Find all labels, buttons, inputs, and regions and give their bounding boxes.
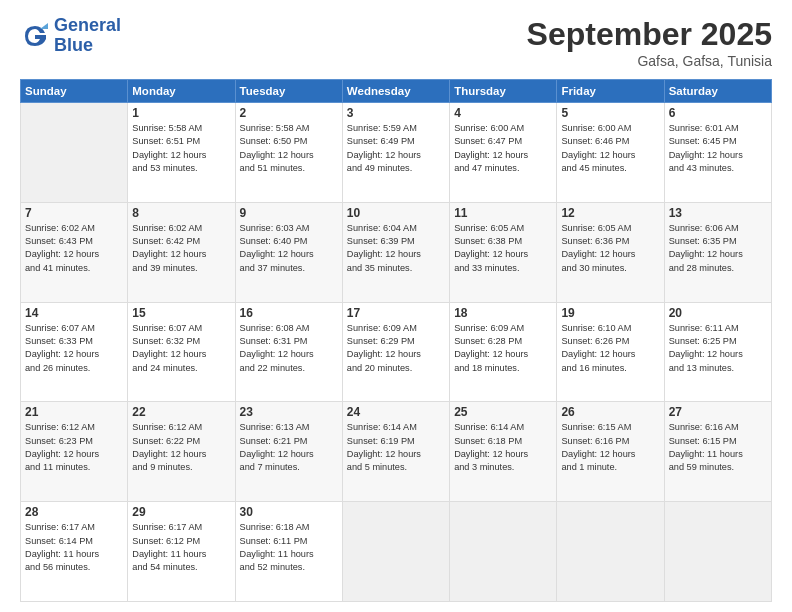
day-number: 20 [669,306,767,320]
day-number: 3 [347,106,445,120]
calendar-cell: 13Sunrise: 6:06 AMSunset: 6:35 PMDayligh… [664,202,771,302]
day-info: Sunrise: 6:00 AMSunset: 6:47 PMDaylight:… [454,122,552,175]
calendar-cell: 8Sunrise: 6:02 AMSunset: 6:42 PMDaylight… [128,202,235,302]
logo-line1: General [54,16,121,36]
day-info: Sunrise: 6:05 AMSunset: 6:36 PMDaylight:… [561,222,659,275]
weekday-header-row: Sunday Monday Tuesday Wednesday Thursday… [21,80,772,103]
day-info: Sunrise: 6:17 AMSunset: 6:12 PMDaylight:… [132,521,230,574]
calendar-cell: 30Sunrise: 6:18 AMSunset: 6:11 PMDayligh… [235,502,342,602]
day-info: Sunrise: 6:09 AMSunset: 6:29 PMDaylight:… [347,322,445,375]
calendar-cell: 3Sunrise: 5:59 AMSunset: 6:49 PMDaylight… [342,103,449,203]
header-tuesday: Tuesday [235,80,342,103]
logo: General Blue [20,16,121,56]
day-number: 30 [240,505,338,519]
calendar-cell: 25Sunrise: 6:14 AMSunset: 6:18 PMDayligh… [450,402,557,502]
day-number: 23 [240,405,338,419]
calendar-cell: 10Sunrise: 6:04 AMSunset: 6:39 PMDayligh… [342,202,449,302]
calendar-cell: 23Sunrise: 6:13 AMSunset: 6:21 PMDayligh… [235,402,342,502]
day-info: Sunrise: 5:58 AMSunset: 6:50 PMDaylight:… [240,122,338,175]
calendar-cell [21,103,128,203]
week-row-2: 14Sunrise: 6:07 AMSunset: 6:33 PMDayligh… [21,302,772,402]
day-info: Sunrise: 6:07 AMSunset: 6:32 PMDaylight:… [132,322,230,375]
location: Gafsa, Gafsa, Tunisia [527,53,772,69]
day-info: Sunrise: 6:17 AMSunset: 6:14 PMDaylight:… [25,521,123,574]
day-number: 19 [561,306,659,320]
calendar-cell: 29Sunrise: 6:17 AMSunset: 6:12 PMDayligh… [128,502,235,602]
day-info: Sunrise: 6:01 AMSunset: 6:45 PMDaylight:… [669,122,767,175]
day-info: Sunrise: 6:14 AMSunset: 6:19 PMDaylight:… [347,421,445,474]
day-number: 8 [132,206,230,220]
day-number: 2 [240,106,338,120]
logo-line2: Blue [54,36,121,56]
calendar-cell [557,502,664,602]
day-number: 1 [132,106,230,120]
day-number: 27 [669,405,767,419]
page: General Blue September 2025 Gafsa, Gafsa… [0,0,792,612]
month-title: September 2025 [527,16,772,53]
calendar-cell: 6Sunrise: 6:01 AMSunset: 6:45 PMDaylight… [664,103,771,203]
calendar-cell: 26Sunrise: 6:15 AMSunset: 6:16 PMDayligh… [557,402,664,502]
day-info: Sunrise: 5:58 AMSunset: 6:51 PMDaylight:… [132,122,230,175]
day-info: Sunrise: 6:02 AMSunset: 6:42 PMDaylight:… [132,222,230,275]
day-number: 25 [454,405,552,419]
day-number: 18 [454,306,552,320]
day-info: Sunrise: 6:18 AMSunset: 6:11 PMDaylight:… [240,521,338,574]
day-number: 5 [561,106,659,120]
day-number: 6 [669,106,767,120]
day-number: 7 [25,206,123,220]
week-row-1: 7Sunrise: 6:02 AMSunset: 6:43 PMDaylight… [21,202,772,302]
calendar-cell: 12Sunrise: 6:05 AMSunset: 6:36 PMDayligh… [557,202,664,302]
header-monday: Monday [128,80,235,103]
day-number: 21 [25,405,123,419]
calendar-cell: 4Sunrise: 6:00 AMSunset: 6:47 PMDaylight… [450,103,557,203]
day-number: 17 [347,306,445,320]
calendar-cell: 24Sunrise: 6:14 AMSunset: 6:19 PMDayligh… [342,402,449,502]
day-info: Sunrise: 5:59 AMSunset: 6:49 PMDaylight:… [347,122,445,175]
day-number: 12 [561,206,659,220]
day-info: Sunrise: 6:16 AMSunset: 6:15 PMDaylight:… [669,421,767,474]
header-wednesday: Wednesday [342,80,449,103]
day-info: Sunrise: 6:03 AMSunset: 6:40 PMDaylight:… [240,222,338,275]
header-saturday: Saturday [664,80,771,103]
day-number: 16 [240,306,338,320]
day-number: 29 [132,505,230,519]
day-info: Sunrise: 6:12 AMSunset: 6:23 PMDaylight:… [25,421,123,474]
calendar-cell: 22Sunrise: 6:12 AMSunset: 6:22 PMDayligh… [128,402,235,502]
header-sunday: Sunday [21,80,128,103]
calendar-cell: 7Sunrise: 6:02 AMSunset: 6:43 PMDaylight… [21,202,128,302]
calendar-cell: 11Sunrise: 6:05 AMSunset: 6:38 PMDayligh… [450,202,557,302]
calendar-cell: 27Sunrise: 6:16 AMSunset: 6:15 PMDayligh… [664,402,771,502]
day-number: 15 [132,306,230,320]
header-thursday: Thursday [450,80,557,103]
calendar-cell: 1Sunrise: 5:58 AMSunset: 6:51 PMDaylight… [128,103,235,203]
day-info: Sunrise: 6:12 AMSunset: 6:22 PMDaylight:… [132,421,230,474]
calendar-cell: 20Sunrise: 6:11 AMSunset: 6:25 PMDayligh… [664,302,771,402]
calendar-cell: 19Sunrise: 6:10 AMSunset: 6:26 PMDayligh… [557,302,664,402]
calendar-cell: 15Sunrise: 6:07 AMSunset: 6:32 PMDayligh… [128,302,235,402]
day-number: 26 [561,405,659,419]
title-block: September 2025 Gafsa, Gafsa, Tunisia [527,16,772,69]
week-row-4: 28Sunrise: 6:17 AMSunset: 6:14 PMDayligh… [21,502,772,602]
calendar-cell [450,502,557,602]
day-number: 28 [25,505,123,519]
calendar-cell: 16Sunrise: 6:08 AMSunset: 6:31 PMDayligh… [235,302,342,402]
day-info: Sunrise: 6:04 AMSunset: 6:39 PMDaylight:… [347,222,445,275]
header: General Blue September 2025 Gafsa, Gafsa… [20,16,772,69]
calendar-cell: 21Sunrise: 6:12 AMSunset: 6:23 PMDayligh… [21,402,128,502]
logo-icon [20,21,50,51]
day-info: Sunrise: 6:14 AMSunset: 6:18 PMDaylight:… [454,421,552,474]
day-number: 4 [454,106,552,120]
week-row-3: 21Sunrise: 6:12 AMSunset: 6:23 PMDayligh… [21,402,772,502]
day-info: Sunrise: 6:07 AMSunset: 6:33 PMDaylight:… [25,322,123,375]
day-info: Sunrise: 6:02 AMSunset: 6:43 PMDaylight:… [25,222,123,275]
day-number: 11 [454,206,552,220]
day-number: 9 [240,206,338,220]
day-info: Sunrise: 6:10 AMSunset: 6:26 PMDaylight:… [561,322,659,375]
calendar-cell [342,502,449,602]
day-number: 10 [347,206,445,220]
calendar-cell: 28Sunrise: 6:17 AMSunset: 6:14 PMDayligh… [21,502,128,602]
calendar-cell [664,502,771,602]
calendar-cell: 2Sunrise: 5:58 AMSunset: 6:50 PMDaylight… [235,103,342,203]
day-info: Sunrise: 6:00 AMSunset: 6:46 PMDaylight:… [561,122,659,175]
calendar-cell: 18Sunrise: 6:09 AMSunset: 6:28 PMDayligh… [450,302,557,402]
